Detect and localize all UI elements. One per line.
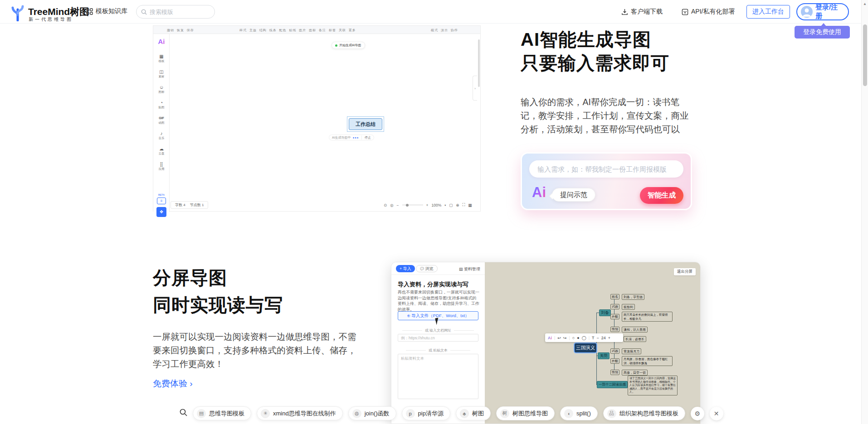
api-icon bbox=[682, 9, 688, 15]
avatar bbox=[801, 6, 813, 18]
editor-sidebar: Ai ▦模板 ◫素材 ☺图标 ◔贴图 GIF动图 ♪音乐 ☁云盘 ⣿应用 BET… bbox=[153, 34, 170, 212]
download-icon bbox=[621, 9, 628, 15]
doc-url-input bbox=[398, 334, 478, 342]
xmind-icon: ✳ bbox=[261, 409, 270, 418]
nav-templates-label: 模板知识库 bbox=[96, 7, 127, 15]
split-heading: 导入资料，分屏实现读与写 bbox=[398, 280, 468, 289]
ai-logo: Ai bbox=[532, 184, 546, 201]
template-icon: ▦ bbox=[153, 54, 170, 59]
hot-search-pill[interactable]: ◍join()函数 bbox=[348, 406, 396, 420]
login-button[interactable]: 登录/注册 bbox=[796, 3, 849, 20]
word-count: 字数 4 bbox=[175, 202, 185, 207]
outline-icon: ≡ bbox=[157, 198, 166, 204]
connector-line bbox=[596, 313, 597, 385]
search-input[interactable] bbox=[150, 9, 204, 15]
brand-name-en: TreeMind bbox=[28, 6, 70, 17]
editor-scrollbar-thumb bbox=[478, 39, 480, 87]
hero-title-line2: 只要输入需求即可 bbox=[521, 51, 669, 76]
hot-search-pill[interactable]: ▤思维导图模板 bbox=[193, 406, 251, 420]
apps-icon: ⣿ bbox=[153, 162, 170, 167]
music-icon: ♪ bbox=[153, 131, 170, 136]
mindmap-value: 丹凤眼，卧蚕眉，面色像枣子般红润，胡须很长飘逸 bbox=[622, 356, 673, 366]
mindmap-label: 外貌 bbox=[610, 314, 619, 319]
editor-toolbar-right: 模式 演示 协作 bbox=[431, 28, 458, 33]
scrollbar-thumb[interactable] bbox=[863, 24, 867, 86]
org-chart-icon: 品 bbox=[607, 409, 616, 418]
client-download-label: 客户端下载 bbox=[631, 8, 663, 16]
sidebar-label: 图标 bbox=[153, 90, 170, 94]
sidebar-label: 素材 bbox=[153, 75, 170, 78]
central-topic-node: 工作总结 bbox=[349, 118, 382, 130]
mindmap-value: 刘备，字玄德 bbox=[622, 294, 644, 300]
fit-page-icon: ▢ bbox=[449, 203, 453, 207]
hero-description: 输入你的需求，AI帮你完成一切：读书笔记，教学安排，工作计划，宣传文案，商业分析… bbox=[521, 95, 689, 136]
mindmap-mode-icon: ❖ bbox=[156, 207, 166, 217]
example-prompt-bubble[interactable]: 提问示范 bbox=[552, 188, 595, 202]
sidebar-item-music: ♪音乐 bbox=[153, 131, 170, 140]
font-size-value: 24 bbox=[601, 336, 606, 340]
editor-zoom-controls: ⊙ ◎ − + 100% ▾ ▢ ⊕ ⛶ ▦ bbox=[384, 201, 472, 209]
font-smaller-icon: − bbox=[597, 336, 599, 340]
hot-search-pill[interactable]: ◖split() bbox=[560, 406, 598, 420]
hot-search-pill[interactable]: ✳xmind思维导图在线制作 bbox=[257, 406, 343, 420]
indent-right-icon: ↪ bbox=[563, 336, 567, 340]
api-deploy[interactable]: API/私有化部署 bbox=[682, 8, 735, 16]
user-icon bbox=[801, 6, 813, 18]
treemind-logo-icon bbox=[10, 4, 26, 21]
stop-button: 停止 bbox=[365, 135, 371, 140]
status-dot bbox=[335, 44, 337, 47]
free-trial-link[interactable]: 免费体验 › bbox=[153, 378, 193, 390]
hot-search-pill[interactable]: ppip清华源 bbox=[402, 406, 450, 420]
keyboard-icon: ▦ bbox=[468, 203, 472, 207]
pill-label: split() bbox=[576, 410, 591, 417]
feature-title-line1: 分屏导图 bbox=[153, 265, 227, 290]
generate-pill-label: 开始生成AI导图 bbox=[339, 43, 361, 48]
settings-gear-icon[interactable]: ⚙ bbox=[691, 407, 704, 420]
ai-generate-status-pill: 开始生成AI导图 bbox=[332, 42, 365, 49]
navbar: TreeMind树图 新一代思维导图 模板知识库 客户端下载 bbox=[0, 0, 868, 24]
brand-subtitle: 新一代思维导图 bbox=[29, 16, 73, 23]
sidebar-label: 云盘 bbox=[153, 152, 170, 155]
sidebar-label: 音乐 bbox=[153, 136, 170, 140]
url-divider: 或 输入文档网址 bbox=[398, 328, 478, 333]
nav-templates-menu[interactable]: 模板知识库 bbox=[86, 7, 127, 15]
panel-collapse-handle: › bbox=[473, 76, 477, 101]
ai-requirement-input[interactable] bbox=[529, 160, 683, 178]
pill-label: 组织架构思维导图模板 bbox=[619, 410, 678, 418]
pill-label: xmind思维导图在线制作 bbox=[273, 410, 336, 418]
workspace-button[interactable]: 进入工作台 bbox=[746, 5, 790, 19]
mindmap-value: 高傲，目空一切 bbox=[622, 370, 648, 376]
chevron-right-icon: › bbox=[190, 379, 192, 388]
hot-search-pill[interactable]: ♣树图 bbox=[456, 406, 491, 420]
page-scrollbar[interactable]: ▲ bbox=[861, 0, 868, 424]
smart-generate-button[interactable]: 智能生成 bbox=[640, 187, 683, 204]
scrollbar-up-arrow[interactable]: ▲ bbox=[863, 2, 867, 6]
sidebar-item-sticker: ◔贴图 bbox=[153, 100, 170, 109]
client-download[interactable]: 客户端下载 bbox=[621, 8, 663, 16]
search-box[interactable] bbox=[136, 5, 215, 19]
generating-status: AI生成导图中 ●●● │ 停止 bbox=[329, 135, 374, 140]
connector-line bbox=[614, 339, 614, 372]
mindmap-format-toolbar: Ai | ↩ ↪ | ○ ● ◯ | T − 24 + bbox=[545, 333, 623, 342]
mindmap-value: 两只耳朵长长的垂到肩上，双臂很长，相貌非凡 bbox=[622, 312, 673, 322]
feature-description: 一屏就可以实现一边阅读资料一边做思维导图，不需要来回切换窗口，支持多种格式的资料… bbox=[153, 330, 361, 371]
shutu-icon: 树 bbox=[500, 409, 509, 418]
hot-search-pill[interactable]: 树树图思维导图 bbox=[496, 406, 555, 420]
hot-search-pill[interactable]: 品组织架构思维导图模板 bbox=[603, 406, 685, 420]
search-icon[interactable] bbox=[180, 409, 187, 419]
zoom-level: 100% bbox=[431, 203, 441, 207]
branch-node-guanyu: 关羽 bbox=[598, 352, 610, 359]
close-icon[interactable]: ✕ bbox=[710, 407, 723, 420]
pill-label: pip清华源 bbox=[418, 410, 444, 418]
editor-screenshot: 撤销 恢复 保存 样式 主题 结构 线条 配色 贴纸 图片 图标 备注 标签 关… bbox=[153, 25, 481, 212]
divider: | bbox=[569, 336, 570, 340]
mindmap-value: 长须，必显长 bbox=[624, 336, 646, 342]
generating-label: AI生成导图中 bbox=[332, 135, 351, 140]
pill-label: 树图 bbox=[472, 410, 484, 418]
page: TreeMind树图 新一代思维导图 模板知识库 客户端下载 bbox=[0, 0, 868, 424]
cloud-icon: ☁ bbox=[153, 146, 170, 152]
connector-line bbox=[614, 297, 614, 329]
mindmap-label: 姓名 bbox=[610, 294, 619, 299]
mindmap-label: 武器 bbox=[610, 304, 619, 309]
free-trial-label: 免费体验 bbox=[153, 379, 187, 388]
